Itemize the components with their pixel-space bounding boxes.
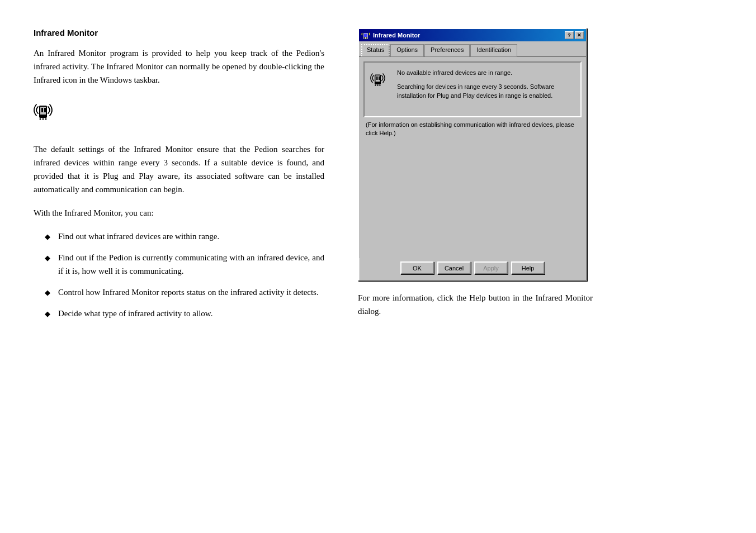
close-titlebar-btn[interactable]: ✕ — [575, 31, 584, 39]
svg-point-5 — [42, 118, 44, 120]
status-line2: Searching for devices in range every 3 s… — [397, 82, 575, 101]
dialog-tabs: Status Options Preferences Identificatio… — [359, 41, 586, 57]
paragraph1: An Infrared Monitor program is provided … — [34, 46, 324, 87]
svg-rect-2 — [41, 108, 43, 112]
bullet-diamond-2: ◆ — [45, 253, 50, 264]
list-intro: With the Infrared Monitor, you can: — [34, 206, 324, 220]
status-area: No available infrared devices are in ran… — [363, 61, 582, 117]
section-title: Infrared Monitor — [34, 28, 324, 37]
dialog-button-row: OK Cancel Apply Help — [359, 258, 586, 280]
bullet-text-3: Control how Infrared Monitor reports sta… — [58, 285, 324, 299]
bullet-list: ◆ Find out what infrared devices are wit… — [34, 230, 324, 320]
dialog-footer-text: (For information on establishing communi… — [363, 117, 582, 142]
page-layout: Infrared Monitor An Infrared Monitor pro… — [34, 22, 722, 328]
bullet-text-2: Find out if the Pedion is currently comm… — [58, 251, 324, 278]
status-text: No available infrared devices are in ran… — [397, 68, 575, 101]
tab-preferences[interactable]: Preferences — [424, 44, 470, 56]
help-button[interactable]: Help — [511, 261, 545, 274]
titlebar-buttons: ? ✕ — [565, 31, 584, 39]
dialog-title: Infrared Monitor — [373, 32, 420, 39]
ir-icon-container — [34, 98, 324, 129]
svg-point-6 — [45, 118, 47, 120]
bullet-text-4: Decide what type of infrared activity to… — [58, 307, 324, 320]
svg-rect-10 — [366, 37, 367, 39]
svg-point-4 — [40, 118, 41, 120]
tab-options[interactable]: Options — [390, 44, 424, 56]
svg-rect-13 — [376, 77, 377, 80]
help-titlebar-btn[interactable]: ? — [565, 31, 574, 39]
below-dialog-text: For more information, click the Help but… — [358, 291, 593, 318]
list-item: ◆ Find out if the Pedion is currently co… — [45, 251, 324, 278]
svg-rect-8 — [364, 34, 367, 37]
list-item: ◆ Find out what infrared devices are wit… — [45, 230, 324, 243]
svg-rect-3 — [44, 108, 46, 112]
infrared-monitor-dialog: Infrared Monitor ? ✕ Status Options Pref… — [358, 28, 587, 281]
svg-point-17 — [379, 84, 380, 85]
svg-point-15 — [375, 84, 376, 85]
bullet-diamond-3: ◆ — [45, 287, 50, 299]
left-content: Infrared Monitor An Infrared Monitor pro… — [34, 22, 324, 328]
ok-button[interactable]: OK — [400, 261, 434, 274]
status-line1: No available infrared devices are in ran… — [397, 68, 575, 78]
status-icon-svg — [370, 68, 391, 92]
dialog-titlebar: Infrared Monitor ? ✕ — [359, 29, 586, 41]
titlebar-left: Infrared Monitor — [361, 31, 420, 40]
tab-identification[interactable]: Identification — [470, 44, 517, 56]
paragraph2: The default settings of the Infrared Mon… — [34, 142, 324, 196]
dialog-body: No available infrared devices are in ran… — [359, 57, 586, 258]
svg-rect-9 — [364, 37, 365, 39]
bullet-text-1: Find out what infrared devices are withi… — [58, 230, 324, 243]
svg-point-16 — [377, 84, 378, 85]
bullet-diamond-4: ◆ — [45, 308, 50, 320]
list-item: ◆ Decide what type of infrared activity … — [45, 307, 324, 320]
ir-icon — [34, 98, 60, 127]
apply-button[interactable]: Apply — [474, 261, 508, 274]
status-icon — [370, 68, 391, 93]
cancel-button[interactable]: Cancel — [437, 261, 471, 274]
tab-status[interactable]: Status — [361, 44, 390, 56]
bullet-diamond-1: ◆ — [45, 231, 50, 243]
svg-rect-14 — [379, 77, 380, 80]
dialog-icon — [361, 31, 370, 40]
ir-icon-svg — [34, 98, 60, 127]
list-item: ◆ Control how Infrared Monitor reports s… — [45, 285, 324, 299]
right-content: Infrared Monitor ? ✕ Status Options Pref… — [358, 22, 593, 318]
